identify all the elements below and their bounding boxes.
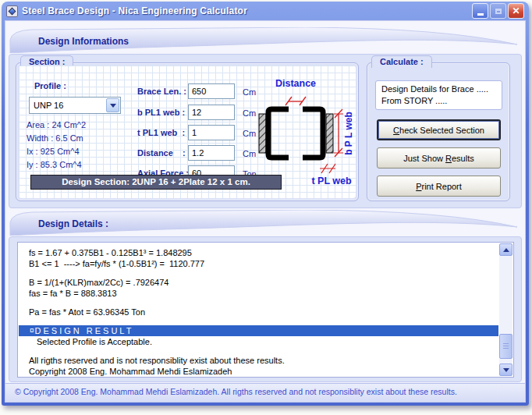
calculate-group-label: Calculate :: [371, 55, 432, 68]
distance-input[interactable]: [188, 145, 235, 161]
section-group: Section : Profile : UNP 16 Area : 24 Cm^…: [16, 62, 359, 201]
design-details-title: Design Details :: [38, 218, 108, 229]
app-icon: [6, 5, 18, 17]
formula-line: fs = 1.67 + 0.375B1 - 0.125B1³ = 1.84829…: [29, 247, 497, 258]
scroll-down-button[interactable]: [499, 364, 512, 376]
t-pl1-web-label: t PL1 web :: [137, 128, 185, 137]
brace-section-diagram: Distance b P L web t PL web: [251, 73, 362, 192]
right-plate: [326, 114, 333, 153]
blank-line: [29, 347, 497, 355]
print-report-button[interactable]: Print Report: [377, 176, 501, 197]
maximize-icon: [495, 9, 502, 14]
details-content: fs = 1.67 + 0.375B1 - 0.125B1³ = 1.84829…: [19, 243, 498, 376]
design-details-header: Design Details :: [9, 210, 522, 236]
formula-line: Pa = fas * Atot = 63.96345 Ton: [29, 307, 497, 317]
screen: Steel Brace Design - Nica Engineering Ca…: [0, 0, 532, 415]
distance-label: Distance :: [137, 148, 186, 158]
calculate-info-box: Design Details for Brace ..... From STOR…: [375, 80, 502, 110]
client-area: Design Informations Section : Profile : …: [5, 20, 526, 403]
brace-len-input[interactable]: [188, 83, 235, 99]
left-channel: [268, 109, 289, 158]
formula-line: B1 <= 1 ----> fa=fy/fs * (1-0.5B1²) = 11…: [29, 258, 497, 269]
blank-line: [29, 269, 497, 277]
app-window: Steel Brace Design - Nica Engineering Ca…: [2, 2, 529, 406]
minimize-icon: [477, 13, 484, 16]
thumb-grip-icon: [503, 343, 509, 350]
b-pl1-web-input[interactable]: [188, 105, 235, 120]
chevron-down-icon: [110, 104, 116, 108]
b-pl1-web-label: b PL1 web :: [137, 108, 185, 117]
minimize-button[interactable]: [472, 3, 488, 19]
arrow-up-icon: [503, 248, 509, 252]
blank-line: [29, 299, 497, 307]
info-line-2: From STORY .....: [381, 95, 496, 107]
profile-label: Profile :: [34, 81, 66, 90]
property-area: Area : 24 Cm^2: [27, 119, 86, 132]
formula-line: fas = fa * B = 888.3813: [29, 288, 497, 299]
close-icon: ✕: [512, 6, 520, 16]
info-line-1: Design Details for Brace .....: [381, 83, 496, 95]
arrow-down-icon: [503, 368, 509, 372]
diagram-distance-label: Distance: [275, 78, 316, 89]
property-width: Width : 6.5 Cm: [27, 132, 86, 145]
property-iy: Iy : 85.3 Cm^4: [27, 158, 86, 172]
disclaimer-line: Copyright 2008 Eng. Mohammad Mehdi Eslam…: [29, 366, 497, 376]
window-title: Steel Brace Design - Nica Engineering Ca…: [22, 5, 468, 16]
design-informations-title: Design Informations: [38, 36, 129, 47]
property-ix: Ix : 925 Cm^4: [27, 145, 86, 158]
left-plate: [259, 114, 266, 153]
section-properties: Area : 24 Cm^2 Width : 6.5 Cm Ix : 925 C…: [27, 119, 86, 172]
formula-line: B = 1/(1+(KLR)max/2Cc) = .7926474: [29, 277, 497, 288]
result-title: DESIGN RESULT: [35, 325, 134, 336]
right-channel: [303, 109, 323, 158]
diagram-t-pl-web-label: t PL web: [311, 176, 352, 186]
design-details-panel: fs = 1.67 + 0.375B1 - 0.125B1³ = 1.84829…: [9, 236, 522, 382]
dropdown-button[interactable]: [106, 98, 119, 112]
diagram-b-pl-web-label: b P L web: [343, 112, 354, 155]
vertical-scrollbar[interactable]: [499, 243, 512, 376]
brace-len-label: Brace Len. :: [137, 87, 186, 96]
maximize-button[interactable]: [490, 3, 506, 19]
design-result-row[interactable]: ¤ DESIGN RESULT: [19, 325, 498, 336]
just-show-results-button[interactable]: Just Show Results: [377, 147, 501, 168]
t-pl1-web-input[interactable]: [188, 125, 235, 140]
design-section-bar: Design Section: 2UNP 16 + 2Plate 12 x 1 …: [30, 175, 282, 190]
design-informations-panel: Section : Profile : UNP 16 Area : 24 Cm^…: [9, 54, 522, 208]
status-bar: © Copyright 2008 Eng. Mohammad Mehdi Esl…: [5, 383, 525, 402]
profile-dropdown[interactable]: UNP 16: [29, 97, 121, 114]
result-detail: Selected Profile is Acceptable.: [29, 336, 497, 347]
disclaimer-line: All rigths reserved and is not responsib…: [29, 355, 497, 366]
profile-dropdown-value: UNP 16: [34, 101, 63, 110]
blank-line: [29, 317, 497, 325]
calculate-group: Calculate : Design Details for Brace ...…: [367, 62, 510, 201]
grid-paper-background: Profile : UNP 16 Area : 24 Cm^2 Width : …: [19, 66, 356, 198]
status-text: © Copyright 2008 Eng. Mohammad Mehdi Esl…: [15, 387, 457, 396]
check-selected-section-button[interactable]: Check Selected Section: [377, 119, 501, 140]
scroll-up-button[interactable]: [499, 243, 512, 256]
design-informations-header: Design Informations: [9, 27, 522, 53]
title-bar[interactable]: Steel Brace Design - Nica Engineering Ca…: [5, 2, 526, 20]
result-marker: ¤: [30, 325, 34, 336]
scrollbar-thumb[interactable]: [499, 334, 512, 359]
design-details-output[interactable]: fs = 1.67 + 0.375B1 - 0.125B1³ = 1.84829…: [17, 242, 514, 378]
close-button[interactable]: ✕: [508, 3, 524, 19]
